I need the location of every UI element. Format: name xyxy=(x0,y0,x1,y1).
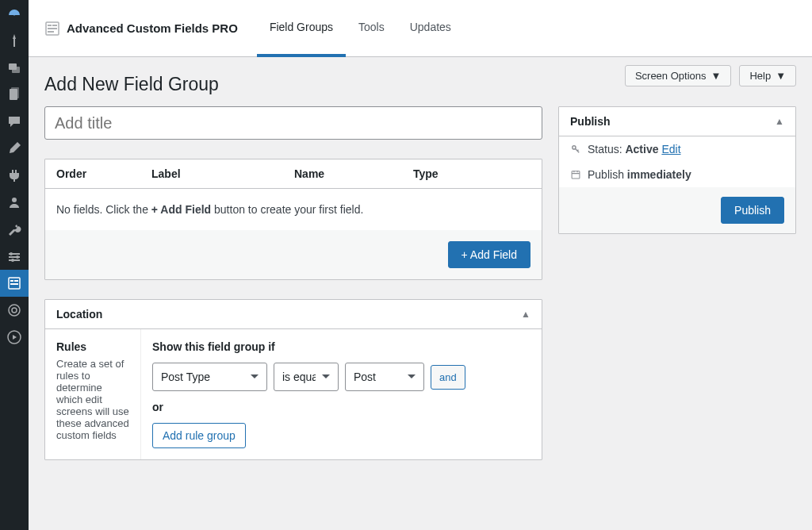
sidebar-target[interactable] xyxy=(0,297,29,324)
svg-point-14 xyxy=(12,308,17,313)
sidebar-posts[interactable] xyxy=(0,27,29,54)
svg-rect-20 xyxy=(48,31,54,33)
sidebar-settings[interactable] xyxy=(0,243,29,270)
screen-options-button[interactable]: Screen Options ▼ xyxy=(625,65,731,86)
sidebar-plugins[interactable] xyxy=(0,162,29,189)
rules-description: Create a set of rules to determine which… xyxy=(56,358,129,441)
publish-panel: Publish ▲ Status: Active Edit Publish im… xyxy=(558,106,796,234)
location-panel: Location ▲ Rules Create a set of rules t… xyxy=(44,299,542,460)
tab-tools[interactable]: Tools xyxy=(346,0,397,57)
field-group-title-input[interactable] xyxy=(44,106,542,140)
svg-rect-2 xyxy=(12,67,20,73)
svg-rect-17 xyxy=(48,25,52,26)
svg-rect-18 xyxy=(52,25,57,26)
sidebar-users[interactable] xyxy=(0,189,29,216)
rule-param-select[interactable]: Post Type xyxy=(152,363,267,391)
fields-empty-message: No fields. Click the + Add Field button … xyxy=(45,189,542,230)
svg-point-7 xyxy=(16,255,19,259)
plugin-topbar: Advanced Custom Fields PRO Field Groups … xyxy=(29,0,812,57)
svg-point-6 xyxy=(10,252,13,255)
admin-sidebar xyxy=(0,0,29,492)
svg-point-0 xyxy=(13,13,16,16)
add-field-button[interactable]: + Add Field xyxy=(448,241,530,268)
sidebar-appearance[interactable] xyxy=(0,135,29,162)
sidebar-play[interactable] xyxy=(0,324,29,351)
sidebar-media[interactable] xyxy=(0,54,29,81)
svg-rect-19 xyxy=(48,28,57,29)
location-title: Location xyxy=(56,308,102,321)
rule-operator-select[interactable]: is equal to xyxy=(274,363,339,391)
acf-logo-icon xyxy=(44,21,60,36)
svg-rect-12 xyxy=(10,283,18,285)
sidebar-acf[interactable] xyxy=(0,270,29,297)
col-type: Type xyxy=(413,167,530,180)
col-order: Order xyxy=(56,167,151,180)
svg-point-8 xyxy=(11,259,14,262)
svg-rect-10 xyxy=(10,280,13,282)
or-text: or xyxy=(152,401,530,413)
sidebar-dashboard[interactable] xyxy=(0,0,29,27)
calendar-icon xyxy=(570,169,581,180)
caret-down-icon: ▼ xyxy=(776,70,786,82)
svg-rect-4 xyxy=(11,87,19,98)
caret-down-icon: ▼ xyxy=(711,70,722,82)
collapse-toggle-icon[interactable]: ▲ xyxy=(521,309,530,320)
svg-rect-22 xyxy=(572,171,580,179)
svg-point-5 xyxy=(12,198,17,202)
help-button[interactable]: Help ▼ xyxy=(739,65,796,86)
sidebar-tools[interactable] xyxy=(0,216,29,243)
rules-heading: Rules xyxy=(56,340,129,353)
svg-point-13 xyxy=(9,305,20,316)
add-and-rule-button[interactable]: and xyxy=(431,365,465,390)
col-label: Label xyxy=(151,167,294,180)
publish-title: Publish xyxy=(570,115,611,128)
tab-updates[interactable]: Updates xyxy=(397,0,464,57)
rule-value-select[interactable]: Post xyxy=(345,363,424,391)
fields-header: Order Label Name Type xyxy=(45,159,542,189)
show-if-heading: Show this field group if xyxy=(152,340,530,353)
add-rule-group-button[interactable]: Add rule group xyxy=(152,423,246,448)
sidebar-comments[interactable] xyxy=(0,108,29,135)
collapse-toggle-icon[interactable]: ▲ xyxy=(775,116,784,127)
plugin-title: Advanced Custom Fields PRO xyxy=(67,21,238,35)
col-name: Name xyxy=(294,167,413,180)
sidebar-pages[interactable] xyxy=(0,81,29,108)
edit-status-link[interactable]: Edit xyxy=(661,143,680,156)
tab-field-groups[interactable]: Field Groups xyxy=(257,0,346,57)
key-icon xyxy=(570,144,581,155)
svg-rect-11 xyxy=(14,280,18,282)
publish-button[interactable]: Publish xyxy=(721,197,784,224)
fields-panel: Order Label Name Type No fields. Click t… xyxy=(44,159,542,280)
